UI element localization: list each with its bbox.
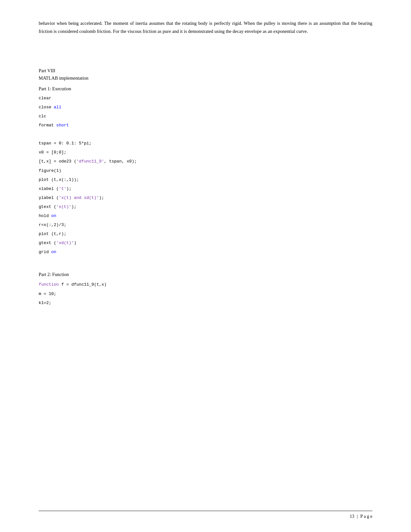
code-line-xlabel: xlabel ('t'); [39,185,372,192]
code-line-blank1 [39,131,372,138]
code-line-m: m = 10; [39,291,372,298]
code-line-format: format short [39,122,372,129]
code-line-plot2: plot (t,r); [39,231,372,238]
code-line-function: function f = dfunc11_9(t,x) [39,281,372,288]
part1-label: Part 1: Execution [39,86,372,92]
code-line-close: close all [39,104,372,111]
page: behavior when being accelerated. The mom… [0,0,411,532]
matlab-subheading: MATLAB implementation [39,75,372,81]
part2-code: function f = dfunc11_9(t,x) m = 10; k1=2… [39,281,372,306]
page-footer: 13 | P a g e [350,514,372,519]
code-line-k1: k1=2; [39,300,372,307]
code-line-gtext1: gtext ('x(t)'); [39,203,372,211]
part1-code: clear close all clc format short tspan =… [39,95,372,256]
code-line-ylabel: ylabel ('x(t) and xd(t)'); [39,194,372,202]
page-number: 13 [350,514,354,519]
code-line-clc: clc [39,113,372,120]
code-line-gtext2: gtext ('xd(t)') [39,240,372,247]
code-line-plot1: plot (t,x(:,1)); [39,176,372,183]
part8-heading: Part VIII [39,68,372,74]
code-line-r: r=x(:,2)/3; [39,222,372,229]
code-line-x0: x0 = [0;0]; [39,149,372,156]
code-line-ode23: [t,x] = ode23 ('dfunc11_9', tspan, x0); [39,158,372,165]
code-line-figure: figure(1) [39,167,372,174]
code-line-hold: hold on [39,212,372,220]
part2-label: Part 2: Function [39,272,372,277]
footer-separator: | [357,514,358,519]
intro-paragraph: behavior when being accelerated. The mom… [39,19,372,36]
footer-divider [39,511,372,511]
code-line-grid: grid on [39,249,372,256]
code-line-clear: clear [39,95,372,102]
page-label: P a g e [360,514,372,519]
code-line-tspan: tspan = 0: 0.1: 5*pi; [39,140,372,147]
